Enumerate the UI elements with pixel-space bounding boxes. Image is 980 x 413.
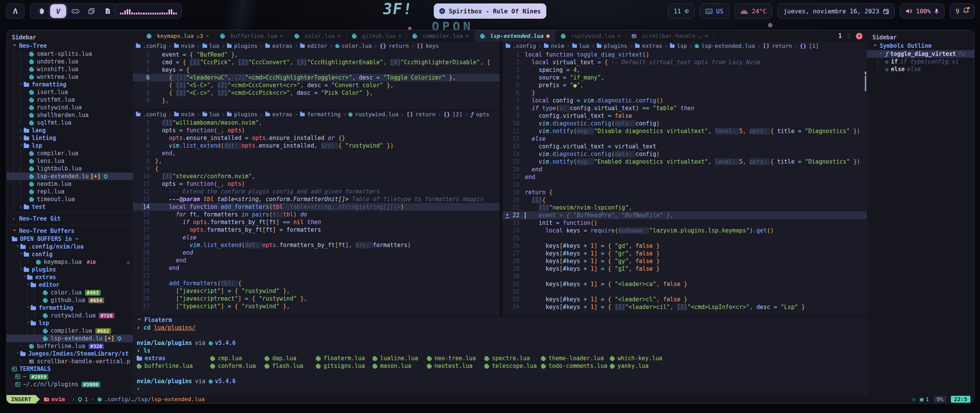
code-line[interactable]: 29 keys[#keys + 1] = { "gI", false } — [503, 265, 867, 273]
weather-widget[interactable]: 24°C — [735, 3, 773, 19]
code-line[interactable]: 16 if opts.formatters_by_ft[ft] == nil t… — [133, 218, 500, 226]
breadcrumb-item[interactable]: plugins — [604, 43, 627, 49]
breadcrumb-item[interactable]: [2] — [452, 111, 462, 117]
tree-item[interactable]: │ │ repl.lua — [7, 188, 133, 195]
ls-entry[interactable]: cmp.lua — [210, 355, 265, 362]
code-line[interactable]: 3 event = { "BufRead" }, — [133, 51, 500, 59]
tree-item[interactable]: │ │ rustywind.lua — [7, 104, 133, 111]
tree-item[interactable]: OPEN BUFFERS in ~ — [7, 235, 133, 243]
tree-item[interactable]: │ └ worktree.lua — [7, 73, 133, 81]
floaterm-winbar[interactable]: › Floaterm — [133, 315, 867, 324]
breadcrumb-item[interactable]: plugins — [234, 43, 257, 49]
close-tab-icon[interactable]: × — [337, 33, 340, 39]
code-line[interactable]: 27 ["typescript"] = { "rustywind" }, — [133, 302, 500, 310]
code-line[interactable]: 28 keys[#keys + 1] = { "gy", false } — [503, 257, 867, 265]
code-line[interactable]: 24 add_formatters(tbl: { — [133, 280, 500, 287]
code-line[interactable]: 4 opts = function(_, opts) — [133, 127, 500, 134]
tree-item[interactable]: │ │ compiler.lua#682 — [7, 327, 133, 335]
breadcrumb-item[interactable]: extras — [272, 43, 292, 49]
ls-entry[interactable]: bufferline.lua — [137, 363, 210, 369]
breadcrumb-item[interactable]: return — [415, 111, 435, 117]
code-line[interactable]: 17end — [503, 173, 867, 181]
neotree-git-header[interactable]: › Neo-Tree Git — [7, 214, 133, 223]
breadcrumb-item[interactable]: formatting — [307, 111, 340, 117]
tree-item[interactable]: ›editor — [7, 281, 133, 289]
breadcrumb-item[interactable]: .config — [143, 111, 166, 117]
updates-widget[interactable]: 11 © — [668, 3, 694, 19]
code-line[interactable]: 18 — [503, 181, 867, 189]
tree-item[interactable]: │ │ compiler.lua — [7, 150, 133, 157]
breadcrumb-item[interactable]: lua — [209, 43, 219, 49]
breadcrumb-item[interactable]: lua — [209, 111, 219, 117]
workspace-gamepad[interactable] — [69, 5, 82, 17]
breadcrumb-item[interactable]: extras — [272, 111, 292, 117]
tree-item[interactable]: │ ›test — [7, 203, 133, 211]
tree-item[interactable]: ›plugins — [7, 266, 133, 273]
breadcrumb-item[interactable]: .config — [143, 43, 166, 49]
code-line[interactable]: 7 { [1]"<S-C>", [2]"<cmd>CccConvert<cr>"… — [133, 81, 500, 89]
code-line[interactable]: 10 vim.diagnostic.config(opts: config) — [503, 120, 867, 127]
tree-item[interactable]: │ │ isort.lua — [7, 88, 133, 96]
ls-entry[interactable]: todo-comments.lua — [541, 363, 610, 369]
code-line[interactable]: 15 for ft, formatters in pairs(t: tbl) d… — [133, 211, 500, 218]
ls-entry[interactable]: yanky.lua — [610, 363, 867, 369]
code-line[interactable]: 25 ["javascript"] = { "rustywind" }, — [133, 287, 500, 295]
code-line[interactable]: 31 keys[#keys + 1] = { "<leader>ca", fal… — [503, 280, 867, 288]
tree-item[interactable]: ›config — [7, 250, 133, 258]
editor-pane-lsp-extended[interactable]: 1local function toggle_diag_virtext()2 l… — [503, 51, 867, 312]
code-line[interactable]: 5 keys = { — [133, 66, 500, 74]
code-line[interactable]: 30 — [503, 273, 867, 280]
close-tab-icon[interactable]: × — [617, 33, 621, 39]
code-line[interactable]: 5 prefix = "●", — [503, 81, 867, 89]
code-line[interactable]: 6 } — [503, 89, 867, 97]
tree-item[interactable]: │ └ sqlfmt.lua — [7, 119, 133, 127]
breadcrumb-item[interactable]: nvim — [551, 43, 564, 49]
code-line[interactable]: 2 local virtual_text = { -- Default virt… — [503, 59, 867, 66]
code-line[interactable]: 18 else — [133, 234, 500, 241]
tree-item[interactable]: └ bufferline.lua#328 — [7, 342, 133, 350]
date-widget[interactable]: jueves, noviembre 16, 2023 — [777, 3, 894, 19]
breadcrumb-item[interactable]: lua — [579, 43, 589, 49]
tree-item[interactable]: │ ›formatting — [7, 81, 133, 88]
code-line[interactable]: 21 end — [133, 257, 500, 264]
tree-item[interactable]: │ └ keymaps.lua#10⚠ — [7, 258, 133, 266]
code-line[interactable]: 23 init = function() — [503, 219, 867, 227]
tree-item[interactable]: │ │ lens.lua — [7, 157, 133, 165]
code-line[interactable]: 10 [1]"stevearc/conform.nvim", — [133, 172, 500, 180]
tree-item[interactable]: │ └ timeout.lua — [7, 195, 133, 203]
tree-item[interactable]: │ │ lightbulb.lua — [7, 165, 133, 172]
workspace-switcher[interactable]: V — [30, 3, 119, 19]
tab-page-other[interactable]: 2 — [847, 33, 851, 39]
code-line[interactable]: 14 vim.diagnostic.config(opts: config) — [503, 150, 867, 158]
tab-page-current[interactable]: 1 — [838, 33, 842, 39]
ls-entry[interactable]: spectre.lua — [484, 355, 541, 362]
scrollbar-thumb[interactable] — [865, 75, 866, 91]
code-line[interactable]: 33 keys[#keys + 1] = { "<leader>cl", fal… — [503, 296, 867, 303]
keyboard-layout-widget[interactable]: US — [700, 3, 729, 19]
code-line[interactable]: 32 — [503, 288, 867, 296]
close-tab-icon[interactable]: × — [206, 33, 209, 39]
ls-entry[interactable]: floaterm.lua — [316, 355, 372, 362]
workspace-nvim[interactable]: V — [50, 4, 66, 18]
tree-item[interactable]: ~/.c/n/l/plugins#3980 — [7, 380, 133, 388]
tree-item[interactable]: ~#2859 — [7, 373, 133, 380]
tree-item[interactable]: ›.config/nvim/lua — [7, 243, 133, 250]
code-line[interactable]: 24 local keys = require(modname: "lazyvi… — [503, 227, 867, 234]
code-line[interactable]: 22 event = { "BufReadPre", "BufNewFile" … — [503, 211, 867, 219]
code-line[interactable]: 11 opts = function(_, opts) — [133, 180, 500, 188]
breadcrumb-item[interactable]: opts — [476, 111, 489, 117]
notifications-widget[interactable]: 9 — [950, 3, 975, 19]
tab-compiler-lua[interactable]: compiler.lua× — [407, 30, 474, 42]
breadcrumb-item[interactable]: nvim — [181, 111, 194, 117]
media-player-widget[interactable]: Spiritbox - Rule Of Nines — [434, 3, 546, 19]
tree-item[interactable]: │ │ color.lua#493 — [7, 289, 133, 296]
code-line[interactable]: 19return { — [503, 189, 867, 196]
code-line[interactable]: 19 vim.list_extend(dst: opts.formatters_… — [133, 241, 500, 249]
tree-item[interactable]: │ └ lsp-extended.lu [+] — [7, 335, 133, 342]
code-line[interactable]: 9 config.virtual_text = false — [503, 112, 867, 120]
tree-item[interactable]: │ └ github.lua#654 — [7, 296, 133, 304]
tree-item[interactable]: ›extras — [7, 273, 133, 281]
breadcrumb-item[interactable]: .config — [513, 43, 536, 49]
code-line[interactable]: 9 }, — [133, 97, 500, 104]
code-line[interactable]: 8 if type(v: config.virtual_text) == "ta… — [503, 104, 867, 112]
